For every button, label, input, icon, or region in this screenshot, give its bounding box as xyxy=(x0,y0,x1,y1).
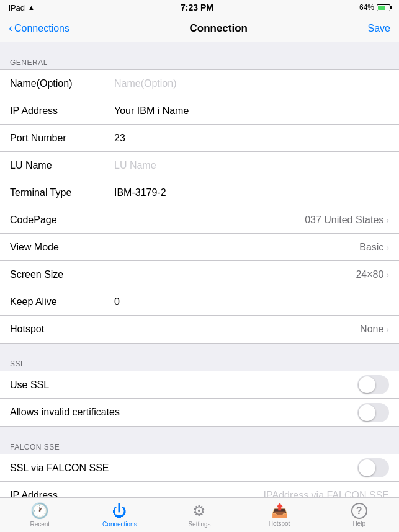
status-bar-right: 64% xyxy=(359,3,390,12)
label-lu-name: LU Name xyxy=(10,160,109,171)
tab-connections[interactable]: ⏻ Connections xyxy=(80,502,160,528)
input-keep-alive[interactable] xyxy=(109,296,389,308)
row-invalid-certs: Allows invalid certificates xyxy=(0,399,399,426)
tab-recent[interactable]: 🕐 Recent xyxy=(0,502,80,528)
battery-percent: 64% xyxy=(359,3,374,12)
tab-hotspot-label: Hotspot xyxy=(269,520,290,527)
battery-icon xyxy=(377,4,390,11)
label-name-option: Name(Option) xyxy=(10,78,109,89)
general-table: Name(Option) IP Address Port Number LU N… xyxy=(0,69,399,344)
settings-icon: ⚙ xyxy=(192,502,206,520)
help-icon: ? xyxy=(351,503,367,519)
value-code-page: 037 United States › xyxy=(109,215,389,226)
chevron-right-icon-3: › xyxy=(386,270,389,280)
label-keep-alive: Keep Alive xyxy=(10,296,109,308)
wifi-icon: ▲ xyxy=(28,4,35,11)
section-header-general: GENERAL xyxy=(0,53,399,69)
chevron-right-icon: › xyxy=(386,215,389,225)
row-keep-alive: Keep Alive xyxy=(0,288,399,316)
view-mode-text: Basic xyxy=(359,242,383,253)
tab-connections-label: Connections xyxy=(102,521,137,528)
toggle-ssl-falcon[interactable] xyxy=(357,458,389,477)
value-hotspot: None › xyxy=(109,324,389,335)
section-spacer-falcon xyxy=(0,427,399,438)
row-name-option: Name(Option) xyxy=(0,70,399,97)
label-screen-size: Screen Size xyxy=(10,269,109,280)
label-code-page: CodePage xyxy=(10,215,109,226)
content-area: GENERAL Name(Option) IP Address Port Num… xyxy=(0,42,399,532)
section-spacer-general xyxy=(0,42,399,53)
row-screen-size[interactable]: Screen Size 24×80 › xyxy=(0,261,399,288)
row-ip-address: IP Address xyxy=(0,97,399,125)
tab-settings[interactable]: ⚙ Settings xyxy=(159,502,240,528)
input-ip-address[interactable] xyxy=(109,105,389,117)
chevron-right-icon-4: › xyxy=(386,324,389,334)
tab-bar: 🕐 Recent ⏻ Connections ⚙ Settings 📤 Hots… xyxy=(0,497,399,532)
hotspot-icon: 📤 xyxy=(271,503,288,519)
section-header-falcon: FALCON SSE xyxy=(0,438,399,454)
tab-help-label: Help xyxy=(352,520,365,527)
label-view-mode: View Mode xyxy=(10,242,109,253)
row-view-mode[interactable]: View Mode Basic › xyxy=(0,234,399,261)
label-ip-address: IP Address xyxy=(10,105,109,117)
hotspot-text: None xyxy=(360,324,383,335)
tab-recent-label: Recent xyxy=(30,521,50,528)
label-use-ssl: Use SSL xyxy=(10,379,109,391)
section-header-ssl: SSL xyxy=(0,355,399,371)
value-screen-size: 24×80 › xyxy=(109,269,389,280)
input-lu-name[interactable] xyxy=(109,160,389,171)
code-page-text: 037 United States xyxy=(305,215,383,226)
device-label: iPad xyxy=(9,3,25,12)
toggle-knob-certs xyxy=(359,404,375,421)
toggle-knob-ssl xyxy=(359,376,375,393)
label-terminal-type: Terminal Type xyxy=(10,187,109,198)
label-port-number: Port Number xyxy=(10,133,109,144)
ssl-table: Use SSL Allows invalid certificates xyxy=(0,371,399,427)
tab-help[interactable]: ? Help xyxy=(319,503,399,527)
status-bar: iPad ▲ 7:23 PM 64% xyxy=(0,0,399,15)
back-button[interactable]: ‹ Connections xyxy=(9,22,69,35)
row-port-number: Port Number xyxy=(0,125,399,152)
page-title: Connection xyxy=(189,22,248,35)
input-terminal-type[interactable] xyxy=(109,187,389,198)
screen-size-text: 24×80 xyxy=(356,269,383,280)
input-port-number[interactable] xyxy=(109,133,389,144)
chevron-left-icon: ‹ xyxy=(9,22,12,35)
toggle-invalid-certs[interactable] xyxy=(357,403,389,422)
row-code-page[interactable]: CodePage 037 United States › xyxy=(0,206,399,234)
save-button[interactable]: Save xyxy=(368,23,390,34)
nav-bar: ‹ Connections Connection Save xyxy=(0,15,399,42)
connections-icon: ⏻ xyxy=(112,502,127,520)
back-label[interactable]: Connections xyxy=(14,23,69,34)
section-spacer-ssl xyxy=(0,344,399,355)
toggle-use-ssl[interactable] xyxy=(357,375,389,394)
toggle-knob-falcon xyxy=(359,459,375,476)
status-bar-left: iPad ▲ xyxy=(9,3,35,12)
chevron-right-icon-2: › xyxy=(386,242,389,252)
label-ssl-falcon: SSL via FALCON SSE xyxy=(10,463,109,474)
row-hotspot[interactable]: Hotspot None › xyxy=(0,316,399,343)
label-hotspot: Hotspot xyxy=(10,324,109,335)
row-ssl-falcon: SSL via FALCON SSE xyxy=(0,454,399,482)
input-name-option[interactable] xyxy=(109,78,389,89)
value-view-mode: Basic › xyxy=(109,242,389,253)
tab-hotspot[interactable]: 📤 Hotspot xyxy=(240,503,320,527)
status-bar-time: 7:23 PM xyxy=(181,2,213,12)
label-invalid-certs: Allows invalid certificates xyxy=(10,407,120,418)
row-use-ssl: Use SSL xyxy=(0,371,399,399)
tab-settings-label: Settings xyxy=(188,521,210,528)
row-lu-name: LU Name xyxy=(0,152,399,179)
row-terminal-type: Terminal Type xyxy=(0,179,399,206)
recent-icon: 🕐 xyxy=(30,502,49,520)
